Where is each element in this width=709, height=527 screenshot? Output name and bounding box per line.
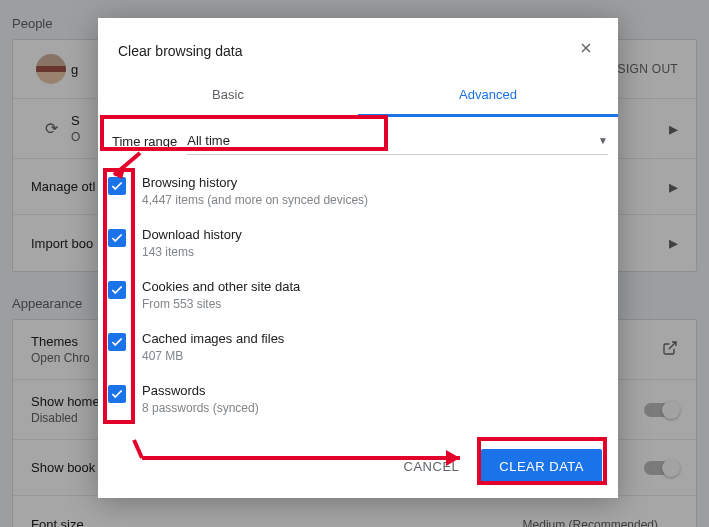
option-title: Passwords [142, 383, 608, 398]
dialog-title: Clear browsing data [118, 43, 574, 59]
option-cached[interactable]: Cached images and files 407 MB [106, 321, 614, 373]
option-sub: 4,447 items (and more on synced devices) [142, 193, 608, 207]
dialog-scroll-area[interactable]: Time range All time ▼ Browsing history 4… [106, 117, 614, 435]
clear-browsing-data-dialog: Clear browsing data Basic Advanced Time … [98, 18, 618, 498]
option-browsing-history[interactable]: Browsing history 4,447 items (and more o… [106, 165, 614, 217]
time-range-label: Time range [112, 134, 177, 149]
checkbox-download-history[interactable] [108, 229, 126, 247]
checkbox-browsing-history[interactable] [108, 177, 126, 195]
option-download-history[interactable]: Download history 143 items [106, 217, 614, 269]
time-range-value: All time [187, 133, 598, 148]
option-sub: From 553 sites [142, 297, 608, 311]
tab-basic[interactable]: Basic [98, 75, 358, 116]
option-sub: 407 MB [142, 349, 608, 363]
option-title: Browsing history [142, 175, 608, 190]
checkbox-passwords[interactable] [108, 385, 126, 403]
option-title: Cached images and files [142, 331, 608, 346]
checkbox-cookies[interactable] [108, 281, 126, 299]
dropdown-arrow-icon: ▼ [598, 135, 608, 146]
option-cookies[interactable]: Cookies and other site data From 553 sit… [106, 269, 614, 321]
option-sub: 143 items [142, 245, 608, 259]
option-title: Download history [142, 227, 608, 242]
option-autofill[interactable]: Autofill form data [106, 425, 614, 435]
tab-advanced[interactable]: Advanced [358, 75, 618, 117]
close-icon[interactable] [574, 36, 598, 65]
time-range-select[interactable]: All time ▼ [187, 127, 608, 155]
option-passwords[interactable]: Passwords 8 passwords (synced) [106, 373, 614, 425]
option-sub: 8 passwords (synced) [142, 401, 608, 415]
option-title: Cookies and other site data [142, 279, 608, 294]
checkbox-cached[interactable] [108, 333, 126, 351]
cancel-button[interactable]: CANCEL [392, 451, 472, 482]
clear-data-button[interactable]: CLEAR DATA [481, 449, 602, 484]
